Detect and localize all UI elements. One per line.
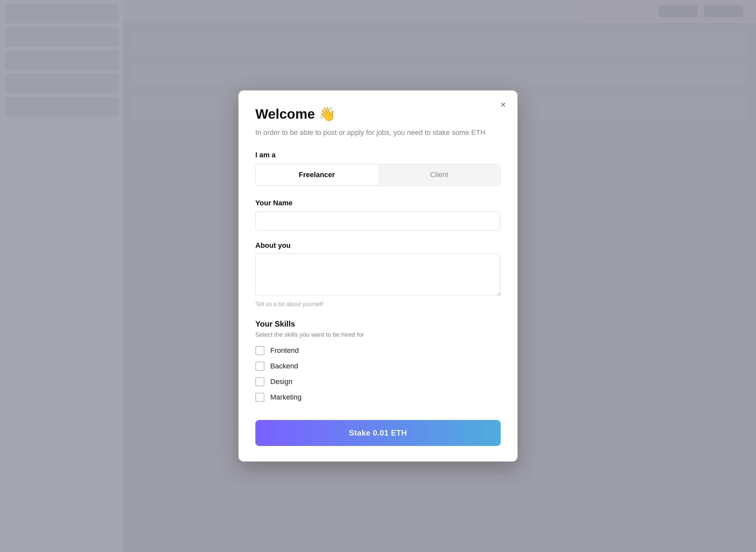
- role-toggle: Freelancer Client: [255, 164, 501, 186]
- frontend-label: Frontend: [270, 347, 299, 355]
- close-icon: ×: [501, 100, 506, 109]
- client-button[interactable]: Client: [378, 164, 500, 185]
- about-label: About you: [255, 241, 501, 250]
- skill-item-marketing: Marketing: [255, 393, 501, 402]
- close-button[interactable]: ×: [497, 98, 510, 111]
- stake-button[interactable]: Stake 0.01 ETH: [255, 420, 501, 446]
- modal-wrapper: × Welcome 👋 In order to be able to post …: [0, 0, 756, 552]
- skill-item-frontend: Frontend: [255, 346, 501, 355]
- skill-item-design: Design: [255, 377, 501, 386]
- name-input[interactable]: [255, 211, 501, 231]
- modal-title: Welcome 👋: [255, 106, 501, 122]
- freelancer-button[interactable]: Freelancer: [256, 164, 378, 185]
- about-hint: Tell us a bit about yourself: [255, 301, 501, 308]
- about-textarea[interactable]: [255, 254, 501, 296]
- role-label: I am a: [255, 151, 501, 159]
- backend-label: Backend: [270, 362, 298, 370]
- design-label: Design: [270, 378, 292, 386]
- frontend-checkbox[interactable]: [255, 346, 264, 355]
- modal-subtitle: In order to be able to post or apply for…: [255, 127, 501, 138]
- skills-subtitle: Select the skills you want to be hired f…: [255, 331, 501, 338]
- skill-item-backend: Backend: [255, 362, 501, 371]
- skills-title: Your Skills: [255, 319, 501, 328]
- marketing-checkbox[interactable]: [255, 393, 264, 402]
- welcome-modal: × Welcome 👋 In order to be able to post …: [239, 91, 517, 461]
- backend-checkbox[interactable]: [255, 362, 264, 371]
- design-checkbox[interactable]: [255, 377, 264, 386]
- marketing-label: Marketing: [270, 393, 302, 402]
- name-label: Your Name: [255, 199, 501, 207]
